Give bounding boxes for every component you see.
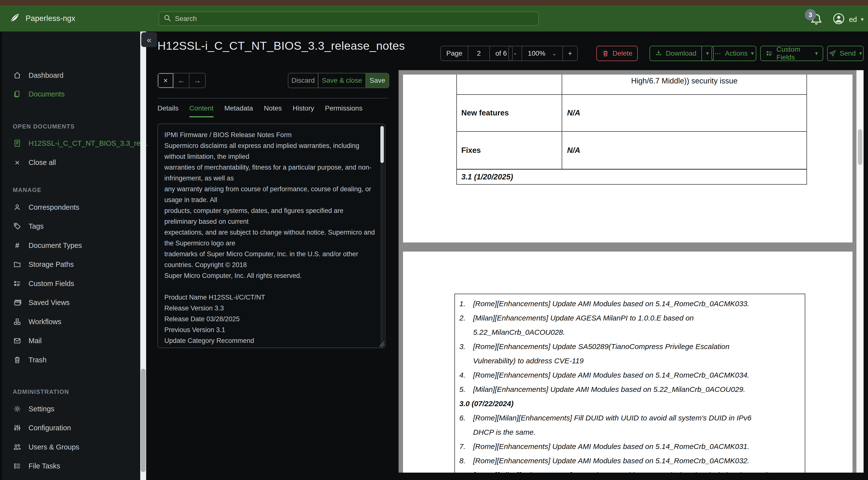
- sidebar-item-correspondents[interactable]: Correspondents: [13, 203, 79, 212]
- list-item: 5.22_MilanCrb_0ACOU028.: [459, 325, 797, 339]
- sidebar-item-label: Workflows: [29, 318, 61, 326]
- notification-count-badge: 3: [805, 9, 816, 21]
- pdf-page-1: High/6.7 Middle)) security issue New fea…: [403, 74, 852, 242]
- close-icon: ×: [13, 158, 22, 167]
- manage-header: MANAGE: [13, 187, 41, 193]
- sidebar-item-saved-views[interactable]: Saved Views: [13, 298, 70, 307]
- textarea-resize-handle[interactable]: [378, 341, 384, 347]
- person-circle-icon: [832, 12, 845, 27]
- actions-label: Actions: [725, 50, 748, 57]
- sidebar-item-custom-fields[interactable]: Custom Fields: [13, 279, 74, 288]
- list-item: 1.[Rome][Enhancements] Update AMI Module…: [459, 297, 797, 311]
- pdf-page-2: 1.[Rome][Enhancements] Update AMI Module…: [403, 251, 852, 473]
- tab-notes[interactable]: Notes: [264, 104, 282, 117]
- sidebar-scrollbar-thumb[interactable]: [141, 369, 146, 472]
- close-document-button[interactable]: ×: [158, 73, 174, 88]
- next-document-button[interactable]: →: [189, 73, 205, 88]
- file-text-icon: [13, 139, 22, 148]
- dots-icon: ⋯: [714, 50, 722, 58]
- security-issue-text: High/6.7 Middle)) security issue: [562, 74, 806, 94]
- list-item: 9.[Rome][Milan][Enhancements] For UsbBus…: [459, 468, 797, 473]
- sidebar-item-mail[interactable]: Mail: [13, 336, 41, 345]
- page-number-input[interactable]: 2: [468, 46, 490, 61]
- tab-details[interactable]: Details: [157, 104, 179, 117]
- download-button[interactable]: Download: [650, 46, 702, 61]
- sidebar-item-label: Settings: [29, 405, 54, 413]
- caret-down-icon: ▾: [861, 16, 864, 23]
- user-menu[interactable]: ed ▾: [832, 12, 864, 27]
- chevron-down-icon: ⌄: [552, 50, 557, 57]
- custom-fields-label: Custom Fields: [776, 46, 812, 61]
- sidebar-item-label: Mail: [29, 337, 41, 345]
- delete-label: Delete: [613, 50, 632, 57]
- sidebar-item-label: Documents: [29, 90, 65, 98]
- fixes-label: Fixes: [457, 132, 562, 169]
- pdf-scrollbar-thumb[interactable]: [858, 129, 862, 165]
- navbar-right: 3 ed ▾: [810, 11, 864, 28]
- folder-icon: [13, 260, 22, 269]
- discard-button[interactable]: Discard: [288, 73, 318, 88]
- zoom-in-button[interactable]: +: [563, 46, 577, 61]
- brand-logo[interactable]: Paperless-ngx: [9, 12, 75, 25]
- previous-document-button[interactable]: ←: [174, 73, 189, 88]
- tab-history[interactable]: History: [293, 104, 314, 117]
- sidebar-item-label: Trash: [29, 356, 46, 364]
- actions-button[interactable]: ⋯ Actions ▾: [712, 46, 756, 61]
- zoom-level-select[interactable]: 100% ⌄: [522, 46, 563, 61]
- boxes-icon: [13, 317, 22, 326]
- sidebar-item-tags[interactable]: Tags: [13, 222, 43, 231]
- window-stack-icon: [13, 298, 22, 307]
- person-icon: [13, 203, 22, 212]
- gear-icon: [13, 404, 22, 413]
- save-button[interactable]: Save: [366, 73, 389, 88]
- fixes-value: N/A: [562, 132, 806, 169]
- sidebar-item-users-groups[interactable]: Users & Groups: [13, 443, 79, 451]
- brand-name: Paperless-ngx: [26, 14, 75, 23]
- list-task-icon: [13, 461, 22, 471]
- tab-permissions[interactable]: Permissions: [325, 104, 363, 117]
- list-dots-icon: [766, 50, 773, 57]
- sidebar-open-document[interactable]: H12SSL-i_C_CT_NT_BIOS_3.3_rel...: [13, 139, 148, 148]
- feather-logo-icon: [9, 12, 20, 25]
- sidebar-item-file-tasks[interactable]: File Tasks: [13, 461, 60, 471]
- sidebar-item-documents[interactable]: Documents: [13, 90, 65, 98]
- content-textarea[interactable]: IPMI Firmware / BIOS Release Notes Form …: [158, 124, 385, 348]
- zoom-level-value: 100%: [528, 50, 546, 57]
- content-scrollbar-thumb[interactable]: [380, 126, 384, 163]
- document-nav-buttons: × ← →: [157, 73, 206, 88]
- new-features-label: New features: [457, 95, 562, 131]
- sidebar-close-all[interactable]: × Close all: [13, 158, 56, 167]
- open-documents-header: OPEN DOCUMENTS: [13, 123, 75, 130]
- search-input[interactable]: [175, 15, 534, 23]
- caret-down-icon: ▾: [815, 50, 818, 57]
- notifications-button[interactable]: 3: [810, 12, 823, 27]
- sidebar-item-trash[interactable]: Trash: [13, 355, 46, 364]
- sidebar: Dashboard Documents OPEN DOCUMENTS H12SS…: [0, 31, 140, 480]
- list-item: 3.[Rome][Enhancements] Update SA50289(Ti…: [459, 339, 797, 354]
- caret-down-icon: ▾: [859, 50, 862, 57]
- sidebar-item-label: Users & Groups: [29, 443, 79, 451]
- sidebar-scrollbar[interactable]: [140, 31, 146, 480]
- sidebar-item-document-types[interactable]: # Document Types: [13, 241, 82, 250]
- top-navbar: Paperless-ngx 3 ed ▾: [0, 5, 868, 31]
- list-item: DHCP is the same.: [459, 425, 797, 440]
- download-label: Download: [666, 50, 696, 57]
- sidebar-item-settings[interactable]: Settings: [13, 404, 54, 413]
- sidebar-item-configuration[interactable]: Configuration: [13, 423, 71, 432]
- custom-fields-button[interactable]: Custom Fields ▾: [760, 46, 823, 61]
- sidebar-item-dashboard[interactable]: Dashboard: [13, 71, 63, 80]
- delete-button[interactable]: Delete: [596, 46, 638, 61]
- zoom-out-button[interactable]: -: [509, 46, 522, 61]
- trash-icon: [602, 50, 609, 57]
- tab-metadata[interactable]: Metadata: [224, 104, 253, 117]
- sidebar-item-workflows[interactable]: Workflows: [13, 317, 61, 326]
- send-button[interactable]: Send ▾: [827, 46, 864, 61]
- sidebar-collapse-button[interactable]: «: [142, 32, 157, 47]
- sidebar-item-storage-paths[interactable]: Storage Paths: [13, 260, 74, 269]
- list-dots-icon: [13, 279, 22, 288]
- tabs-divider: [157, 98, 388, 98]
- tab-content[interactable]: Content: [189, 104, 214, 117]
- send-label: Send: [840, 50, 856, 57]
- save-and-close-button[interactable]: Save & close: [318, 73, 366, 88]
- list-item: Vulnerability) to address CVE-119: [459, 354, 797, 368]
